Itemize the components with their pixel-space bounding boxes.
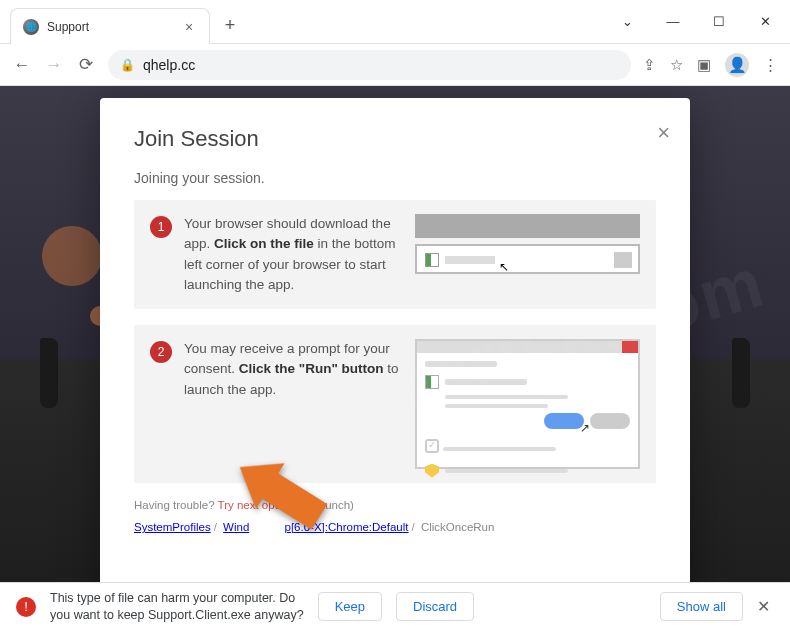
keep-button[interactable]: Keep (318, 592, 382, 621)
step-2-text: You may receive a prompt for your consen… (184, 339, 403, 400)
step-badge-1: 1 (150, 216, 172, 238)
download-bar-close-icon[interactable]: ✕ (753, 593, 774, 620)
window-minimize-icon[interactable]: — (652, 4, 694, 39)
step-1-text: Your browser should download the app. Cl… (184, 214, 403, 295)
browser-tab[interactable]: 🌐 Support × (10, 8, 210, 44)
tab-favicon: 🌐 (23, 19, 39, 35)
download-bar: ! This type of file can harm your comput… (0, 582, 790, 630)
trouble-text: Having trouble? Try next option____aunch… (134, 499, 656, 511)
reading-list-icon[interactable]: ▣ (697, 56, 711, 74)
step-1-illustration: ↖ (415, 214, 640, 295)
modal-subtitle: Joining your session. (134, 170, 656, 186)
reload-button[interactable]: ⟳ (76, 54, 96, 75)
profile-avatar[interactable]: 👤 (725, 53, 749, 77)
background-decor (42, 226, 102, 286)
shield-icon (425, 464, 439, 478)
window-close-icon[interactable]: ✕ (744, 4, 786, 39)
join-session-modal: × Join Session Joining your session. 1 Y… (100, 98, 690, 582)
window-controls: ⌄ — ☐ ✕ (602, 0, 790, 43)
crumb-clickoncerun: ClickOnceRun (421, 521, 495, 533)
step-2: 2 You may receive a prompt for your cons… (134, 325, 656, 483)
background-decor (732, 338, 750, 408)
omnibox[interactable]: 🔒 (108, 50, 631, 80)
back-button[interactable]: ← (12, 55, 32, 75)
window-dropdown-icon[interactable]: ⌄ (606, 4, 648, 39)
url-input[interactable] (143, 57, 619, 73)
warning-icon: ! (16, 597, 36, 617)
address-bar: ← → ⟳ 🔒 ⇪ ☆ ▣ 👤 ⋮ (0, 44, 790, 86)
modal-close-icon[interactable]: × (657, 120, 670, 146)
cursor-icon: ↖ (499, 260, 509, 274)
breadcrumb: SystemProfiles/ Wind_____ p[6.0-X]:Chrom… (134, 521, 656, 533)
menu-icon[interactable]: ⋮ (763, 56, 778, 74)
step-2-illustration (415, 339, 640, 469)
show-all-button[interactable]: Show all (660, 592, 743, 621)
new-tab-button[interactable]: + (216, 11, 244, 39)
discard-button[interactable]: Discard (396, 592, 474, 621)
background-decor (40, 338, 58, 408)
step-badge-2: 2 (150, 341, 172, 363)
tab-title: Support (47, 20, 173, 34)
lock-icon: 🔒 (120, 58, 135, 72)
step-1: 1 Your browser should download the app. … (134, 200, 656, 309)
tab-close-icon[interactable]: × (181, 19, 197, 35)
modal-title: Join Session (134, 126, 656, 152)
forward-button: → (44, 55, 64, 75)
bookmark-icon[interactable]: ☆ (670, 56, 683, 74)
window-maximize-icon[interactable]: ☐ (698, 4, 740, 39)
download-filename: Support.Client.exe (148, 608, 251, 622)
share-icon[interactable]: ⇪ (643, 56, 656, 74)
window-titlebar: 🌐 Support × + ⌄ — ☐ ✕ (0, 0, 790, 44)
run-button-illust (544, 413, 584, 429)
crumb-wind[interactable]: Wind (223, 521, 249, 533)
page-content: × Join Session Joining your session. 1 Y… (0, 86, 790, 582)
download-warning-text: This type of file can harm your computer… (50, 590, 304, 624)
crumb-systemprofiles[interactable]: SystemProfiles (134, 521, 211, 533)
